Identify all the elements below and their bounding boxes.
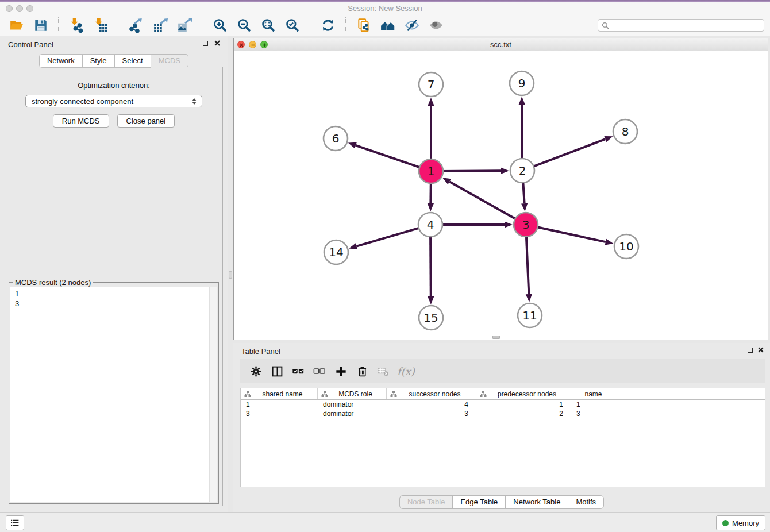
control-panel: Control Panel NetworkStyleSelectMCDS Opt… <box>0 36 228 512</box>
graph-edge-arrowhead <box>428 203 434 211</box>
column-layout-icon[interactable] <box>268 364 286 379</box>
tab-network-table[interactable]: Network Table <box>505 495 568 509</box>
mcds-result-lines[interactable]: 13 <box>10 287 209 502</box>
graph-edge-arrowhead <box>605 239 614 245</box>
optimization-criterion-select[interactable]: strongly connected component <box>25 95 202 107</box>
mcds-tab-content: Optimization criterion: strongly connect… <box>5 67 223 506</box>
export-image-icon[interactable] <box>175 17 194 34</box>
table-row[interactable]: 1dominator411 <box>241 400 765 409</box>
tab-edge-table[interactable]: Edge Table <box>452 495 505 509</box>
search-input[interactable] <box>598 19 764 32</box>
column-header-mcds-role[interactable]: MCDS role <box>318 388 387 399</box>
float-panel-icon[interactable] <box>203 41 208 46</box>
cell-predecessor-nodes[interactable]: 2 <box>476 410 571 418</box>
zoom-selected-icon[interactable] <box>283 17 302 34</box>
graph-edge-4-14[interactable] <box>357 228 421 246</box>
column-header-label: name <box>571 390 619 398</box>
splitter-grip[interactable] <box>229 271 232 279</box>
toolbar-separator <box>58 17 59 33</box>
cell-mcds-role[interactable]: dominator <box>318 400 387 408</box>
canvas-resize-grip[interactable] <box>492 336 500 339</box>
graph-edge-3-10[interactable] <box>536 227 606 242</box>
cell-successor-nodes[interactable]: 4 <box>387 400 476 408</box>
close-panel-icon[interactable] <box>757 346 764 353</box>
tab-node-table[interactable]: Node Table <box>399 495 453 509</box>
table-panel: Table Panel f(x) shared nameMCDS rolesu <box>233 343 770 512</box>
function-builder-icon: f(x) <box>397 365 415 377</box>
graph-edge-arrowhead <box>501 168 509 174</box>
tab-motifs[interactable]: Motifs <box>568 495 604 509</box>
list-icon <box>10 518 20 528</box>
zoom-out-icon[interactable] <box>234 17 254 34</box>
graph-node-label: 15 <box>424 311 438 325</box>
select-all-columns-icon[interactable] <box>290 364 307 379</box>
refresh-icon[interactable] <box>318 17 338 34</box>
graph-node-label: 11 <box>522 309 537 322</box>
run-mcds-button[interactable]: Run MCDS <box>53 114 109 128</box>
result-line: 1 <box>15 289 205 299</box>
graph-edge-3-1[interactable] <box>449 182 517 219</box>
float-panel-icon[interactable] <box>748 348 753 353</box>
optimization-criterion-label: Optimization criterion: <box>5 81 222 90</box>
tab-style[interactable]: Style <box>82 54 114 68</box>
memory-button[interactable]: Memory <box>716 515 765 530</box>
network-canvas[interactable]: 7968124314101511 <box>234 51 768 340</box>
column-tree-icon <box>244 391 251 398</box>
table-panel-tabs: Node TableEdge TableNetwork TableMotifs <box>233 495 770 509</box>
cell-shared-name[interactable]: 3 <box>241 410 318 418</box>
tab-network[interactable]: Network <box>39 54 82 68</box>
close-panel-icon[interactable] <box>214 40 221 47</box>
graph-edge-1-2[interactable] <box>441 171 501 171</box>
tab-mcds[interactable]: MCDS <box>151 54 188 68</box>
home-icon[interactable] <box>378 17 398 34</box>
graph-edge-4-15[interactable] <box>430 235 431 296</box>
close-panel-button[interactable]: Close panel <box>117 114 175 128</box>
control-panel-tabs: NetworkStyleSelectMCDS <box>0 54 228 68</box>
node-table: shared nameMCDS rolesuccessor nodesprede… <box>240 388 765 487</box>
tab-select[interactable]: Select <box>114 54 151 68</box>
network-graph[interactable]: 7968124314101511 <box>234 51 768 340</box>
export-network-icon[interactable] <box>126 17 146 34</box>
import-network-icon[interactable] <box>67 17 86 34</box>
graph-edge-arrowhead <box>505 221 513 228</box>
graph-edge-2-8[interactable] <box>532 139 606 167</box>
column-header-label: predecessor nodes <box>487 390 571 398</box>
table-settings-gear-icon[interactable] <box>247 364 264 379</box>
graph-edge-1-6[interactable] <box>356 145 421 168</box>
show-view-icon[interactable] <box>426 17 446 34</box>
zoom-in-icon[interactable] <box>210 17 230 34</box>
column-header-name[interactable]: name <box>571 388 619 399</box>
memory-status-icon <box>722 520 729 526</box>
cell-successor-nodes[interactable]: 3 <box>387 410 476 418</box>
cell-shared-name[interactable]: 1 <box>241 400 318 408</box>
column-tree-icon <box>480 391 487 398</box>
toolbar-separator <box>202 17 203 33</box>
save-icon[interactable] <box>31 17 51 34</box>
column-header-predecessor-nodes[interactable]: predecessor nodes <box>476 388 571 399</box>
export-table-icon[interactable] <box>151 17 170 34</box>
search-field[interactable] <box>611 20 764 31</box>
cell-predecessor-nodes[interactable]: 1 <box>476 400 571 408</box>
graph-edge-2-9[interactable] <box>522 105 522 160</box>
graph-edge-3-11[interactable] <box>526 235 529 294</box>
cell-name[interactable]: 1 <box>571 400 619 408</box>
result-line: 3 <box>15 299 205 309</box>
deselect-all-columns-icon[interactable] <box>311 364 328 379</box>
zoom-fit-icon[interactable] <box>259 17 278 34</box>
delete-column-icon[interactable] <box>353 364 371 379</box>
table-row[interactable]: 3dominator323 <box>241 409 765 418</box>
cell-name[interactable]: 3 <box>571 410 619 418</box>
result-scrollbar[interactable] <box>209 287 217 502</box>
import-table-icon[interactable] <box>91 17 110 34</box>
task-history-button[interactable] <box>6 515 24 530</box>
graph-edge-2-3[interactable] <box>523 181 524 203</box>
add-column-icon[interactable] <box>332 364 349 379</box>
network-window-titlebar[interactable]: scc.txt <box>234 38 768 52</box>
column-header-shared-name[interactable]: shared name <box>241 388 318 399</box>
cell-mcds-role[interactable]: dominator <box>318 410 387 418</box>
open-folder-icon[interactable] <box>7 17 26 34</box>
column-header-successor-nodes[interactable]: successor nodes <box>387 388 476 399</box>
copy-view-icon[interactable] <box>354 17 374 34</box>
hide-view-icon[interactable] <box>402 17 422 34</box>
graph-node-label: 14 <box>329 245 343 259</box>
